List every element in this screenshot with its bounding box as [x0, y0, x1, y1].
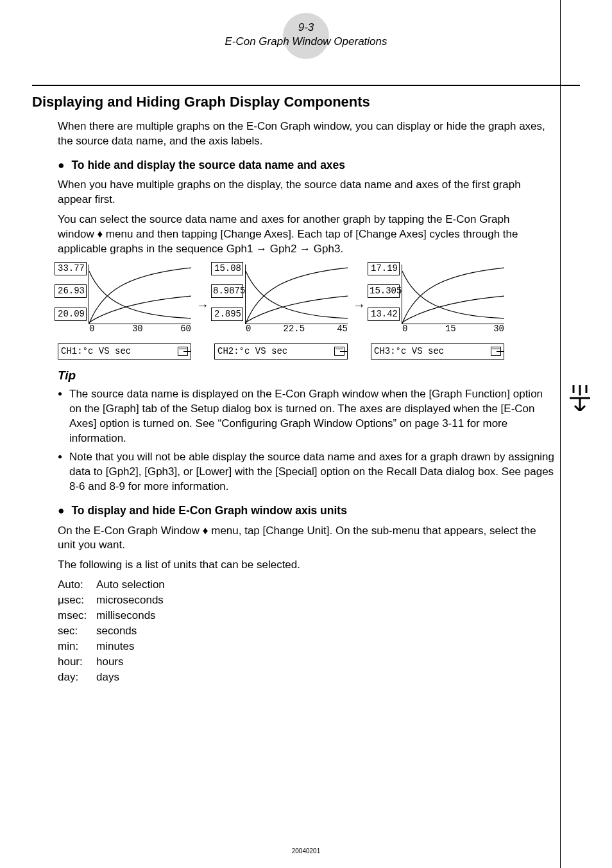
unit-key: sec:: [58, 624, 96, 639]
tip-item: The source data name is displayed on the…: [69, 387, 557, 446]
graph3-status-bar: CH3:°c VS sec: [371, 343, 504, 360]
graph3-status-text: CH3:°c VS sec: [374, 345, 444, 358]
bullet-icon: ●: [58, 159, 65, 171]
unit-row: min:minutes: [58, 639, 169, 655]
graph1-x-ticks: 0 30 60: [89, 323, 191, 335]
unit-key: μsec:: [58, 593, 96, 609]
x-tick: 22.5: [283, 323, 305, 335]
graph1-curves: [89, 265, 191, 324]
sub1-para2: You can select the source data name and …: [58, 213, 545, 257]
graph3-x-ticks: 0 15 30: [402, 323, 504, 335]
unit-key: day:: [58, 670, 96, 686]
arrow-right-icon: →: [195, 297, 210, 327]
window-split-icon: [178, 347, 188, 356]
graph-plot-2: 15.08 8.9875 2.895 0 22.5 45: [245, 265, 348, 324]
unit-value: minutes: [96, 639, 169, 655]
y-tick: 8.9875: [211, 284, 243, 298]
y-tick: 2.895: [211, 308, 243, 321]
unit-row: day:days: [58, 670, 169, 686]
graph2-x-ticks: 0 22.5 45: [246, 323, 348, 335]
unit-row: Auto:Auto selection: [58, 578, 169, 593]
graph2-status-text: CH2:°c VS sec: [217, 345, 287, 358]
graph-panel-3: 17.19 15.305 13.42 0 15 30 CH3:°c VS sec: [371, 265, 504, 360]
subsection-1-title: To hide and display the source data name…: [71, 159, 345, 171]
unit-value: Auto selection: [96, 578, 169, 593]
unit-value: seconds: [96, 624, 169, 639]
graph1-status-bar: CH1:°c VS sec: [58, 343, 191, 360]
graph2-status-bar: CH2:°c VS sec: [214, 343, 348, 360]
unit-key: hour:: [58, 655, 96, 670]
arrow-right-icon: →: [352, 297, 367, 327]
unit-key: Auto:: [58, 578, 96, 593]
unit-row: sec:seconds: [58, 624, 169, 639]
unit-value: microseconds: [96, 593, 169, 609]
unit-value: days: [96, 670, 169, 686]
y-tick: 26.93: [55, 284, 87, 298]
graph-plot-3: 17.19 15.305 13.42 0 15 30: [402, 265, 504, 324]
section-rule: [32, 85, 580, 86]
graph2-y-ticks: 15.08 8.9875 2.895: [211, 262, 243, 321]
y-tick: 15.305: [368, 284, 400, 298]
unit-value: milliseconds: [96, 609, 169, 624]
page-right-rule: [560, 0, 561, 868]
bullet-icon: ●: [58, 504, 65, 517]
graph3-curves: [402, 265, 504, 324]
subsection-2-title: To display and hide E-Con Graph window a…: [71, 504, 346, 517]
graph-plot-1: 33.77 26.93 20.09 0 30 60: [89, 265, 191, 324]
page-subtitle: E-Con Graph Window Operations: [32, 35, 580, 49]
y-tick: 13.42: [368, 308, 400, 321]
sub2-para1: On the E-Con Graph Window ♦ menu, tap [C…: [58, 524, 545, 553]
window-split-icon: [491, 347, 501, 356]
page-number: 9-3: [32, 21, 580, 35]
x-tick: 30: [132, 323, 143, 335]
y-tick: 17.19: [368, 262, 400, 275]
sub1-para1: When you have multiple graphs on the dis…: [58, 178, 545, 207]
graph-sequence-row: 33.77 26.93 20.09 0 30 60 CH1:°c VS sec: [58, 265, 580, 360]
tip-item: Note that you will not be able display t…: [69, 450, 557, 494]
x-tick: 0: [89, 323, 94, 335]
window-split-icon: [334, 347, 344, 356]
graph-panel-1: 33.77 26.93 20.09 0 30 60 CH1:°c VS sec: [58, 265, 191, 360]
graph1-y-ticks: 33.77 26.93 20.09: [55, 262, 87, 321]
units-table: Auto:Auto selection μsec:microseconds ms…: [58, 578, 169, 686]
subsection-1-heading: ● To hide and display the source data na…: [58, 158, 580, 173]
graph3-y-ticks: 17.19 15.305 13.42: [368, 262, 400, 321]
graph-panel-2: 15.08 8.9875 2.895 0 22.5 45 CH2:°c VS s…: [214, 265, 348, 360]
sub2-para2: The following is a list of units that ca…: [58, 558, 545, 573]
unit-row: msec:milliseconds: [58, 609, 169, 624]
x-tick: 60: [180, 323, 191, 335]
unit-key: msec:: [58, 609, 96, 624]
unit-row: hour:hours: [58, 655, 169, 670]
page: 9-3 E-Con Graph Window Operations Displa…: [0, 0, 612, 868]
crop-mark-icon: [567, 385, 593, 411]
graph1-status-text: CH1:°c VS sec: [61, 345, 131, 358]
x-tick: 45: [337, 323, 348, 335]
x-tick: 15: [445, 323, 456, 335]
unit-row: μsec:microseconds: [58, 593, 169, 609]
y-tick: 20.09: [55, 308, 87, 321]
tip-heading: Tip: [58, 367, 580, 384]
unit-value: hours: [96, 655, 169, 670]
graph2-curves: [246, 265, 348, 324]
x-tick: 0: [402, 323, 407, 335]
unit-key: min:: [58, 639, 96, 655]
subsection-2-heading: ● To display and hide E-Con Graph window…: [58, 503, 580, 519]
tip-list: The source data name is displayed on the…: [58, 387, 557, 494]
x-tick: 0: [246, 323, 251, 335]
page-header: 9-3 E-Con Graph Window Operations: [32, 13, 580, 49]
x-tick: 30: [493, 323, 504, 335]
footer-code: 20040201: [0, 847, 612, 856]
intro-paragraph: When there are multiple graphs on the E-…: [58, 119, 545, 149]
y-tick: 33.77: [55, 262, 87, 275]
y-tick: 15.08: [211, 262, 243, 275]
section-title: Displaying and Hiding Graph Display Comp…: [32, 92, 580, 112]
